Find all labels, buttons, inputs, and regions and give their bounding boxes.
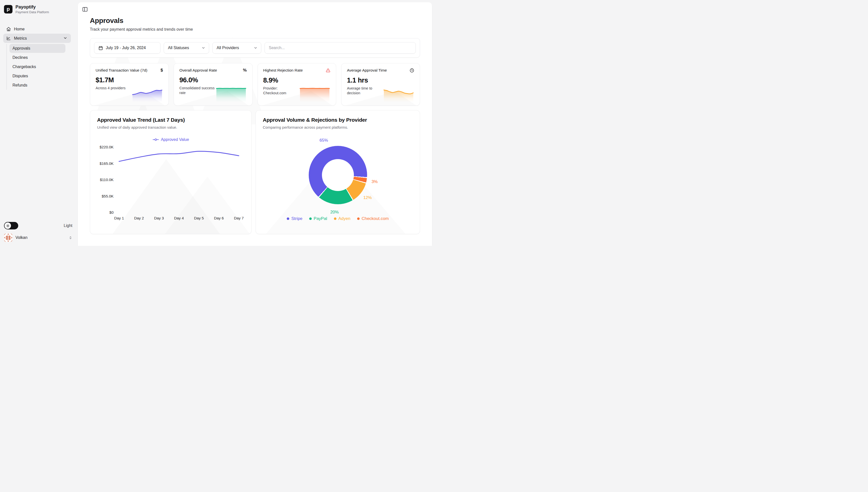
sparkline-chart: [300, 87, 329, 102]
brand-logo-letter: p: [7, 6, 10, 12]
brand-name: Payoptify: [16, 4, 49, 10]
legend-label: Checkout.com: [361, 216, 389, 221]
sidebar-item-label: Metrics: [14, 36, 27, 41]
sidebar-footer: Light Volkan: [4, 222, 72, 242]
brand-text: Payoptify Payment Data Platform: [16, 4, 49, 14]
y-tick-label: $55.0K: [97, 194, 114, 198]
x-tick-label: Day 5: [189, 216, 209, 220]
metrics-submenu: Approvals Declines Chargebacks Disputes …: [6, 44, 65, 90]
status-filter-value: All Statuses: [168, 46, 189, 50]
sidebar-item-chargebacks[interactable]: Chargebacks: [9, 62, 65, 71]
charts-row: Approved Value Trend (Last 7 Days) Unifi…: [90, 110, 420, 234]
theme-label: Light: [64, 223, 72, 228]
chart-subtitle: Comparing performance across payment pla…: [263, 125, 413, 129]
chevron-down-icon: [254, 46, 258, 50]
x-tick-label: Day 1: [109, 216, 129, 220]
date-range-value: July 19 - July 26, 2024: [106, 46, 146, 50]
legend-label: PayPal: [314, 216, 327, 221]
x-axis: Day 1Day 2Day 3Day 4Day 5Day 6Day 7: [117, 216, 241, 221]
sidebar-item-refunds[interactable]: Refunds: [9, 81, 65, 90]
page-title: Approvals: [90, 17, 420, 25]
sidebar-collapse-button[interactable]: [81, 6, 88, 13]
alert-triangle-icon: [326, 68, 330, 73]
legend-dot-icon: [357, 218, 360, 220]
metric-value: 8.9%: [263, 77, 331, 84]
page-subtitle: Track your payment approval metrics and …: [90, 27, 420, 32]
clock-icon: [409, 68, 414, 73]
sidebar-nav: Home Metrics Approvals Declines Chargeba…: [0, 24, 76, 90]
user-menu[interactable]: Volkan: [4, 233, 72, 242]
status-filter-select[interactable]: All Statuses: [164, 42, 209, 54]
metric-title: Unified Transaction Value (7d): [96, 68, 147, 73]
metric-title: Overall Approval Rate: [180, 68, 217, 73]
chart-subtitle: Unified view of daily approved transacti…: [97, 125, 244, 129]
metric-caption: Across 4 providers: [96, 86, 133, 91]
chart-title: Approved Value Trend (Last 7 Days): [97, 117, 244, 123]
legend-dot-icon: [309, 218, 312, 220]
metric-value: 1.1 hrs: [347, 77, 414, 84]
sidebar-item-metrics[interactable]: Metrics: [3, 34, 71, 43]
metric-cards-row: Unified Transaction Value (7d) $ $1.7M A…: [90, 63, 420, 106]
metric-card-rejection-rate: Highest Rejection Rate 8.9% Provider: Ch…: [258, 63, 336, 106]
chevrons-up-down-icon: [69, 236, 72, 240]
metric-value: 96.0%: [180, 76, 247, 84]
line-chart-plot-area: $220.0K$165.0K$110.0K$55.0K$0 Day 1Day 2…: [97, 146, 244, 214]
x-tick-label: Day 6: [209, 216, 229, 220]
metric-card-approval-rate: Overall Approval Rate % 96.0% Consolidat…: [174, 63, 253, 106]
legend-dot-icon: [334, 218, 336, 220]
metric-caption: Consolidated success rate: [180, 86, 217, 95]
brand-tagline: Payment Data Platform: [16, 10, 49, 14]
panel-left-icon: [82, 6, 88, 13]
sparkline-chart: [216, 87, 246, 102]
legend-dot-icon: [287, 218, 289, 220]
line-chart-legend: Approved Value: [97, 138, 244, 142]
legend-item: Checkout.com: [357, 216, 389, 221]
theme-toggle-knob: [4, 222, 11, 229]
x-tick-label: Day 7: [229, 216, 249, 220]
search-box: [264, 42, 416, 54]
donut-chart-area: 65%3%12%20%: [263, 133, 413, 209]
home-icon: [6, 27, 11, 31]
chart-line-icon: [6, 36, 11, 41]
donut-legend: StripePayPalAdyenCheckout.com: [263, 216, 413, 221]
sidebar-item-approvals[interactable]: Approvals: [9, 44, 65, 53]
chevron-down-icon: [63, 36, 68, 41]
sidebar-item-home[interactable]: Home: [3, 24, 71, 34]
line-chart-card: Approved Value Trend (Last 7 Days) Unifi…: [90, 110, 252, 234]
metric-card-approval-time: Average Approval Time 1.1 hrs Average ti…: [341, 63, 420, 106]
donut-chart-card: Approval Volume & Rejections by Provider…: [256, 110, 420, 234]
chart-title: Approval Volume & Rejections by Provider: [263, 117, 413, 123]
date-range-picker[interactable]: July 19 - July 26, 2024: [94, 42, 161, 54]
x-tick-label: Day 3: [149, 216, 169, 220]
sun-icon: [6, 224, 10, 228]
metric-title: Highest Rejection Rate: [263, 68, 303, 73]
app-root: p Payoptify Payment Data Platform Home M…: [0, 0, 434, 246]
donut-slice-label: 65%: [320, 138, 328, 143]
metric-value: $1.7M: [96, 76, 163, 84]
legend-item: Stripe: [287, 216, 302, 221]
brand: p Payoptify Payment Data Platform: [0, 4, 76, 14]
x-tick-label: Day 2: [129, 216, 149, 220]
sparkline-chart: [384, 87, 413, 102]
sidebar-item-disputes[interactable]: Disputes: [9, 72, 65, 80]
sparkline-chart: [133, 87, 162, 102]
theme-toggle[interactable]: [4, 222, 18, 229]
filter-bar: July 19 - July 26, 2024 All Statuses All…: [90, 38, 420, 57]
sidebar-item-declines[interactable]: Declines: [9, 53, 65, 62]
brand-logo: p: [4, 5, 13, 14]
chevron-down-icon: [202, 46, 205, 50]
dollar-icon: $: [161, 68, 163, 72]
y-tick-label: $0: [97, 210, 114, 215]
calendar-icon: [98, 46, 103, 50]
donut-chart: 65%3%12%20%: [309, 146, 367, 204]
search-input[interactable]: [269, 46, 412, 50]
line-series-icon: [153, 138, 159, 141]
x-tick-label: Day 4: [169, 216, 189, 220]
provider-filter-select[interactable]: All Providers: [212, 42, 261, 54]
y-tick-label: $110.0K: [97, 177, 114, 182]
legend-label: Approved Value: [161, 138, 189, 142]
legend-label: Adyen: [338, 216, 350, 221]
metric-title: Average Approval Time: [347, 68, 387, 73]
metric-caption: Provider: Checkout.com: [263, 86, 301, 96]
provider-filter-value: All Providers: [217, 46, 239, 50]
